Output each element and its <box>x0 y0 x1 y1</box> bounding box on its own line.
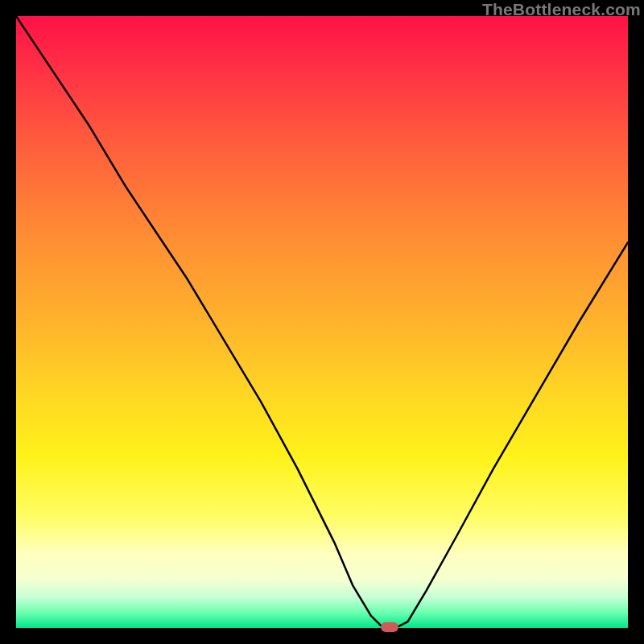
chart-container: TheBottleneck.com <box>0 0 644 644</box>
plot-area <box>16 16 628 628</box>
bottleneck-curve <box>16 16 628 628</box>
curve-svg <box>16 16 628 628</box>
optimal-marker <box>381 622 398 632</box>
